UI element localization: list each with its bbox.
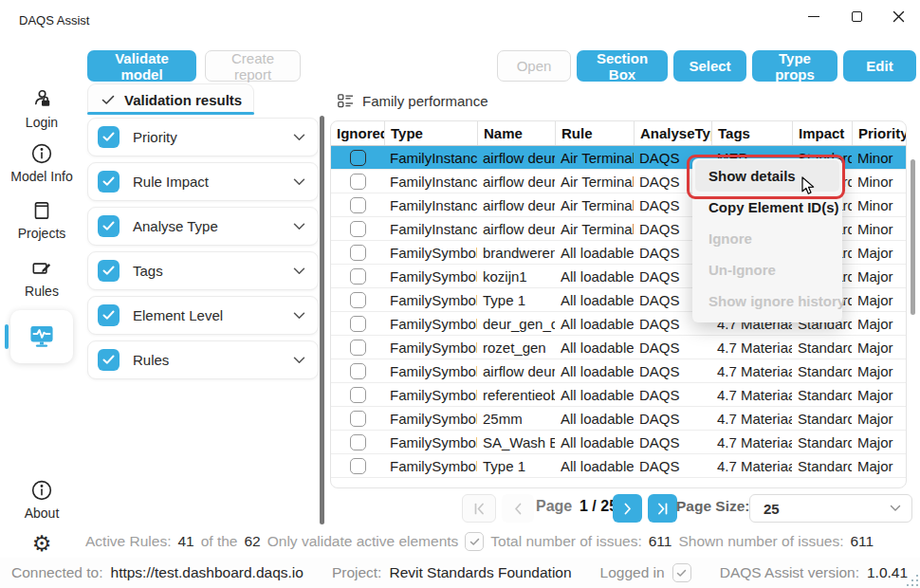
filter-checkbox[interactable] (98, 126, 120, 148)
type-props-button[interactable]: Type props (752, 50, 837, 82)
filter-label: Priority (133, 129, 177, 145)
chevron-down-icon[interactable] (293, 178, 305, 186)
cell-rule: All loadable (555, 312, 634, 335)
ignored-checkbox[interactable] (350, 340, 366, 356)
close-button[interactable] (884, 6, 912, 27)
cell-name: Type 1 (477, 454, 555, 477)
minimize-button[interactable] (800, 6, 828, 27)
page-size-dropdown[interactable]: 25 (749, 494, 912, 523)
filter-card-priority[interactable]: Priority (87, 118, 319, 156)
table-row[interactable]: FamilySymbolType 1All loadableDAQS4.7 Ma… (331, 454, 906, 478)
table-row[interactable]: FamilySymbolairflow deursAll loadableDAQ… (331, 359, 906, 383)
table-row[interactable]: FamilySymbolreferentieobAll loadableDAQS… (331, 383, 906, 407)
check-icon (102, 221, 115, 231)
chevron-down-icon[interactable] (293, 223, 305, 230)
sidebar-item-projects[interactable]: Projects (0, 198, 83, 241)
menu-item-copy-element-id-s[interactable]: Copy Element ID(s) (692, 192, 842, 223)
sidebar-item-validation[interactable] (0, 310, 83, 363)
logged-in-checkbox[interactable] (672, 563, 691, 582)
cell-priority: Minor (852, 217, 906, 240)
ignored-checkbox[interactable] (350, 411, 366, 427)
ignored-checkbox[interactable] (350, 292, 366, 308)
ignored-checkbox[interactable] (350, 316, 366, 332)
filter-panel-scrollbar[interactable] (320, 116, 324, 524)
edit-button[interactable]: Edit (843, 50, 916, 82)
filter-card-analyse-type[interactable]: Analyse Type (87, 207, 319, 246)
column-header-analysetyp[interactable]: AnalyseTyp (634, 121, 711, 145)
filter-checkbox[interactable] (98, 215, 120, 237)
ignored-checkbox[interactable] (350, 434, 366, 450)
column-header-ignored[interactable]: Ignored (331, 121, 384, 145)
menu-item-show-details[interactable]: Show details (695, 160, 839, 192)
total-rules-value: 62 (244, 533, 260, 550)
tab-validation-results[interactable]: Validation results (87, 83, 254, 115)
column-header-type[interactable]: Type (384, 121, 477, 145)
chevron-down-icon[interactable] (293, 267, 305, 275)
ignored-checkbox[interactable] (350, 245, 366, 261)
last-page-icon (656, 503, 669, 515)
sidebar-item-about[interactable]: About (0, 478, 83, 521)
cell-rule: All loadable (555, 265, 634, 287)
filter-checkbox[interactable] (98, 349, 120, 371)
table-row[interactable]: FamilySymbolrozet_genAll loadableDAQS4.7… (331, 336, 906, 359)
validate-model-button[interactable]: Validate model (87, 50, 196, 82)
section-box-button[interactable]: Section Box (577, 50, 668, 82)
filter-card-element-level[interactable]: Element Level (87, 296, 319, 335)
column-header-impact[interactable]: Impact (792, 121, 852, 145)
sidebar-item-model-info[interactable]: Model Info (0, 141, 83, 184)
first-page-button[interactable] (462, 494, 496, 523)
tab-family-performance[interactable]: Family performance (338, 88, 488, 113)
cell-type: FamilyInstance (384, 193, 477, 216)
last-page-button[interactable] (648, 494, 677, 523)
cell-type: FamilyInstance (384, 170, 477, 193)
column-header-priority[interactable]: Priority (852, 121, 906, 145)
cell-name: referentieob (477, 383, 555, 406)
ignored-checkbox[interactable] (350, 268, 366, 285)
cell-name: rozet_gen (477, 336, 555, 358)
select-button[interactable]: Select (673, 50, 746, 82)
column-header-name[interactable]: Name (477, 121, 555, 145)
ignored-checkbox[interactable] (350, 363, 366, 379)
ignored-checkbox[interactable] (350, 150, 366, 166)
open-button[interactable]: Open (497, 50, 571, 82)
cell-tags: 4.7 Materiaa (711, 359, 792, 382)
filter-card-tags[interactable]: Tags (87, 251, 319, 290)
create-report-button[interactable]: Create report (205, 50, 301, 82)
cell-rule: All loadable (555, 359, 634, 382)
of-the-label: of the (201, 533, 238, 550)
sidebar-item-login[interactable]: Login (0, 87, 83, 130)
table-row[interactable]: FamilySymbolSA_Wash BaAll loadableDAQS4.… (331, 431, 906, 454)
total-issues-label: Total number of issues: (490, 533, 641, 550)
table-row[interactable]: FamilySymbol25mmAll loadableDAQS4.7 Mate… (331, 407, 906, 431)
cell-analyse: DAQS (634, 383, 711, 406)
ignored-checkbox[interactable] (350, 458, 366, 474)
ignored-checkbox[interactable] (350, 387, 366, 403)
ignored-checkbox[interactable] (350, 197, 366, 213)
chevron-down-icon[interactable] (293, 134, 305, 141)
first-page-icon (473, 503, 486, 515)
filter-card-rules[interactable]: Rules (87, 340, 319, 379)
column-header-tags[interactable]: Tags (711, 121, 792, 145)
cell-tags: 4.7 Materiaa (711, 454, 792, 477)
cell-name: 25mm (477, 407, 555, 430)
chevron-down-icon[interactable] (293, 312, 305, 320)
check-icon (102, 132, 115, 142)
resize-grip[interactable] (907, 575, 918, 586)
ignored-checkbox[interactable] (350, 174, 366, 190)
maximize-button[interactable] (842, 6, 871, 27)
filter-checkbox[interactable] (98, 260, 120, 282)
next-page-button[interactable] (613, 494, 642, 523)
ignored-checkbox[interactable] (350, 221, 366, 237)
only-validate-checkbox[interactable] (465, 532, 484, 551)
cell-priority: Major (852, 359, 906, 382)
filter-card-rule-impact[interactable]: Rule Impact (87, 162, 319, 201)
sidebar-item-rules[interactable]: Rules (0, 256, 83, 299)
previous-page-button[interactable] (502, 494, 534, 523)
table-scrollbar[interactable] (911, 159, 915, 315)
check-icon (102, 355, 115, 365)
filter-checkbox[interactable] (98, 171, 120, 193)
chevron-down-icon[interactable] (293, 357, 305, 364)
minimize-icon (808, 16, 819, 17)
filter-checkbox[interactable] (98, 304, 120, 326)
column-header-rule[interactable]: Rule (555, 121, 634, 145)
